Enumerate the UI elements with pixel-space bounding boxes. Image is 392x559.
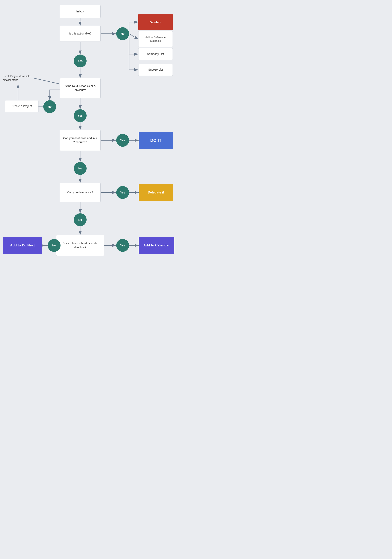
two-min-box: Can you do it now, and in < 2 minutes? [60,130,100,151]
no-circle-1: No [116,27,129,40]
no-circle-3: No [74,162,87,175]
yes-circle-2: Yes [74,109,87,122]
no-circle-5: No [48,239,61,252]
delete-box: Delete It [138,14,173,30]
yes-circle-3: Yes [116,134,129,147]
svg-line-3 [129,34,138,39]
add-calendar-box: Add to Calendar [139,237,174,254]
delegate-q-box: Can you delegate it? [60,183,100,202]
inbox-box: Inbox [60,5,100,18]
yes-circle-1: Yes [74,55,87,67]
break-project-label: Break Project down into smaller tasks [3,74,35,82]
actionable-box: Is this actionable? [60,26,100,42]
deadline-box: Does it have a hard, specific deadline? [56,235,104,256]
delegate-box: Delegate it [139,184,173,201]
add-do-next-box: Add to Do Next [3,237,42,254]
create-project-box: Create a Project [5,100,38,112]
no-circle-2: No [43,100,56,113]
snooze-box: Snooze List [138,64,173,76]
reference-box: Add to Reference Materials [138,31,173,47]
flowchart: Inbox Is this actionable? No Delete It A… [0,0,196,280]
someday-box: Someday List [138,48,173,60]
do-it-box: DO IT [139,132,173,149]
next-action-box: Is the Next Action clear & obvious? [60,78,100,98]
yes-circle-4: Yes [116,186,129,199]
yes-circle-5: Yes [116,239,129,252]
no-circle-4: No [74,213,87,226]
